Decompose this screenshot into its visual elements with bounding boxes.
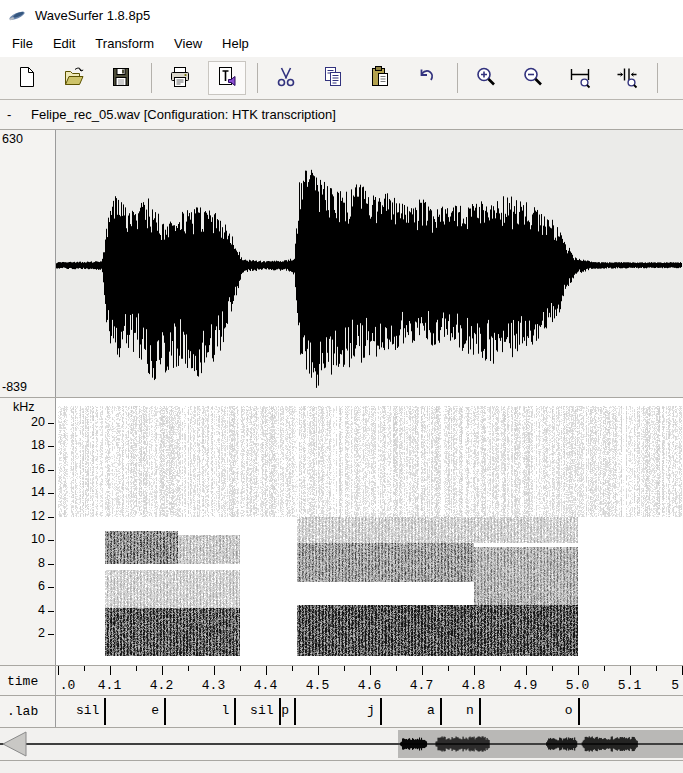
toolbar-separator <box>457 63 458 93</box>
phone-label[interactable]: n <box>466 703 474 718</box>
time-tick-minor <box>136 666 137 671</box>
time-tick-label: 5.0 <box>566 678 589 693</box>
transcription-row: .lab silelsilpjano <box>0 696 683 728</box>
freq-tick-label: 14 <box>15 485 45 499</box>
undo-button[interactable] <box>408 61 446 95</box>
waveform-canvas[interactable] <box>56 130 682 397</box>
transcription-track[interactable]: silelsilpjano <box>56 696 683 727</box>
menu-transform[interactable]: Transform <box>85 32 164 55</box>
overview-scrollbar[interactable] <box>0 728 683 761</box>
menu-view[interactable]: View <box>164 32 212 55</box>
pane-collapse-button[interactable]: - <box>7 107 23 122</box>
phone-label[interactable]: j <box>367 703 375 718</box>
phone-label[interactable]: a <box>427 703 435 718</box>
time-axis-track[interactable]: .04.14.24.34.44.54.64.74.84.95.05.15 <box>56 666 683 695</box>
zoom-selection-button[interactable] <box>608 61 646 95</box>
label-boundary[interactable] <box>234 698 236 725</box>
time-tick-major <box>266 666 267 675</box>
time-tick-major <box>214 666 215 675</box>
freq-tick-label: 4 <box>15 603 45 617</box>
time-gutter: time <box>0 666 56 695</box>
zoom-out-icon <box>521 65 545 92</box>
paste-button[interactable] <box>361 61 399 95</box>
freq-tick-mark <box>48 517 54 518</box>
waveform-track[interactable] <box>56 130 683 397</box>
undo-icon <box>415 65 439 92</box>
copy-button[interactable] <box>314 61 352 95</box>
label-boundary[interactable] <box>104 698 106 725</box>
freq-tick-label: 18 <box>15 438 45 452</box>
label-boundary[interactable] <box>479 698 481 725</box>
label-boundary[interactable] <box>578 698 580 725</box>
time-tick-minor <box>552 666 553 671</box>
properties-icon <box>215 65 239 92</box>
time-tick-label: .0 <box>60 678 76 693</box>
save-file-icon <box>109 65 133 92</box>
copy-icon <box>321 65 345 92</box>
phone-label[interactable]: sil <box>76 703 99 718</box>
open-file-button[interactable] <box>55 61 93 95</box>
paste-icon <box>368 65 392 92</box>
time-gutter-label: time <box>7 674 38 689</box>
freq-tick-mark <box>48 540 54 541</box>
label-boundary[interactable] <box>164 698 166 725</box>
spectrogram-track[interactable] <box>56 398 683 665</box>
time-tick-label: 4.1 <box>98 678 121 693</box>
time-tick-minor <box>396 666 397 671</box>
time-tick-major <box>318 666 319 675</box>
label-boundary[interactable] <box>279 698 281 725</box>
phone-label[interactable]: sil <box>250 703 273 718</box>
time-tick-minor <box>604 666 605 671</box>
save-file-button[interactable] <box>102 61 140 95</box>
new-file-icon <box>15 65 39 92</box>
phone-label[interactable]: p <box>281 703 289 718</box>
amplitude-min-label: -839 <box>2 380 27 394</box>
menu-bar: FileEditTransformViewHelp <box>0 30 683 57</box>
freq-tick-label: 8 <box>15 556 45 570</box>
spectrogram-pane: kHz 2018161412108642 <box>0 398 683 666</box>
scroll-left-arrow-icon[interactable] <box>2 731 28 757</box>
time-tick-major <box>422 666 423 675</box>
phone-label[interactable]: o <box>565 703 573 718</box>
time-tick-minor <box>500 666 501 671</box>
freq-tick-mark <box>48 470 54 471</box>
phone-label[interactable]: e <box>151 703 159 718</box>
file-configuration-label: Felipe_rec_05.wav [Configuration: HTK tr… <box>31 107 336 122</box>
menu-file[interactable]: File <box>2 32 43 55</box>
zoom-out-button[interactable] <box>514 61 552 95</box>
window-bottom-edge <box>0 761 683 773</box>
time-tick-major <box>162 666 163 675</box>
time-tick-label: 4.3 <box>202 678 225 693</box>
zoom-in-button[interactable] <box>467 61 505 95</box>
overview-waveform-canvas <box>398 730 683 758</box>
menu-help[interactable]: Help <box>212 32 259 55</box>
time-tick-minor <box>292 666 293 671</box>
viewport-thumb[interactable] <box>398 730 683 758</box>
time-tick-major <box>682 666 683 675</box>
new-file-button[interactable] <box>8 61 46 95</box>
open-file-icon <box>62 65 86 92</box>
freq-tick-mark <box>48 423 54 424</box>
label-boundary[interactable] <box>440 698 442 725</box>
menu-edit[interactable]: Edit <box>43 32 85 55</box>
toolbar <box>0 57 683 100</box>
wavesurfer-window: WaveSurfer 1.8.8p5 FileEditTransformView… <box>0 0 683 773</box>
label-boundary[interactable] <box>294 698 296 725</box>
phone-label[interactable]: l <box>221 703 229 718</box>
zoom-fit-button[interactable] <box>561 61 599 95</box>
freq-tick-label: 10 <box>15 532 45 546</box>
time-tick-label: 4.7 <box>410 678 433 693</box>
freq-tick-label: 6 <box>15 579 45 593</box>
print-button[interactable] <box>161 61 199 95</box>
cut-icon <box>274 65 298 92</box>
cut-button[interactable] <box>267 61 305 95</box>
label-boundary[interactable] <box>380 698 382 725</box>
freq-tick-mark <box>48 611 54 612</box>
freq-tick-mark <box>48 564 54 565</box>
spectrogram-canvas[interactable] <box>56 398 682 665</box>
frequency-axis-gutter: kHz 2018161412108642 <box>0 398 56 665</box>
freq-tick-mark <box>48 493 54 494</box>
properties-button[interactable] <box>208 61 246 95</box>
time-axis-row: time .04.14.24.34.44.54.64.74.84.95.05.1… <box>0 666 683 696</box>
freq-tick-label: 2 <box>15 626 45 640</box>
